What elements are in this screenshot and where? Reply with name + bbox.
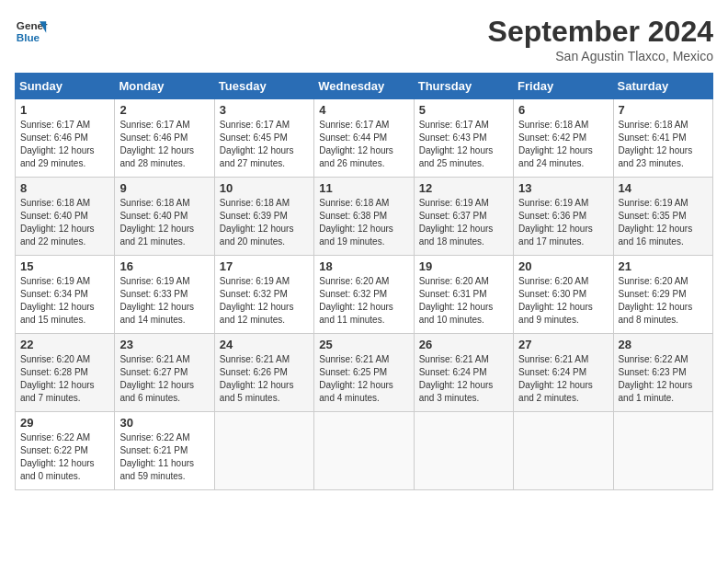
calendar-week-row: 15Sunrise: 6:19 AMSunset: 6:34 PMDayligh…	[16, 256, 713, 334]
day-number: 12	[419, 181, 508, 195]
day-info: Sunrise: 6:19 AMSunset: 6:34 PMDaylight:…	[20, 275, 109, 327]
calendar-table: Sunday Monday Tuesday Wednesday Thursday…	[15, 73, 713, 490]
day-info: Sunrise: 6:19 AMSunset: 6:36 PMDaylight:…	[518, 197, 608, 248]
day-number: 9	[119, 181, 209, 195]
calendar-cell: 2Sunrise: 6:17 AMSunset: 6:46 PMDaylight…	[115, 99, 214, 178]
day-number: 20	[518, 259, 608, 273]
day-number: 19	[419, 259, 508, 273]
day-number: 14	[619, 181, 708, 195]
calendar-cell: 22Sunrise: 6:20 AMSunset: 6:28 PMDayligh…	[16, 334, 115, 412]
day-info: Sunrise: 6:20 AMSunset: 6:28 PMDaylight:…	[20, 353, 109, 405]
day-info: Sunrise: 6:22 AMSunset: 6:21 PMDaylight:…	[119, 431, 209, 483]
calendar-cell: 13Sunrise: 6:19 AMSunset: 6:36 PMDayligh…	[514, 178, 613, 256]
day-number: 27	[518, 338, 608, 351]
calendar-cell: 10Sunrise: 6:18 AMSunset: 6:39 PMDayligh…	[214, 178, 313, 256]
day-info: Sunrise: 6:20 AMSunset: 6:31 PMDaylight:…	[419, 275, 508, 327]
calendar-cell: 19Sunrise: 6:20 AMSunset: 6:31 PMDayligh…	[414, 256, 513, 334]
calendar-cell: 14Sunrise: 6:19 AMSunset: 6:35 PMDayligh…	[613, 178, 712, 256]
day-number: 16	[119, 259, 209, 273]
day-info: Sunrise: 6:19 AMSunset: 6:33 PMDaylight:…	[119, 275, 209, 327]
calendar-cell: 7Sunrise: 6:18 AMSunset: 6:41 PMDaylight…	[613, 99, 712, 178]
calendar-cell: 5Sunrise: 6:17 AMSunset: 6:43 PMDaylight…	[414, 99, 513, 178]
calendar-cell: 24Sunrise: 6:21 AMSunset: 6:26 PMDayligh…	[214, 334, 313, 412]
day-number: 3	[220, 103, 309, 117]
day-info: Sunrise: 6:17 AMSunset: 6:45 PMDaylight:…	[220, 119, 309, 170]
col-wednesday: Wednesday	[314, 74, 414, 99]
calendar-cell: 15Sunrise: 6:19 AMSunset: 6:34 PMDayligh…	[16, 256, 115, 334]
calendar-cell: 18Sunrise: 6:20 AMSunset: 6:32 PMDayligh…	[314, 256, 414, 334]
day-info: Sunrise: 6:22 AMSunset: 6:23 PMDaylight:…	[619, 353, 708, 405]
col-sunday: Sunday	[16, 74, 115, 99]
day-info: Sunrise: 6:19 AMSunset: 6:35 PMDaylight:…	[619, 197, 708, 248]
day-info: Sunrise: 6:21 AMSunset: 6:24 PMDaylight:…	[419, 353, 508, 405]
day-number: 26	[419, 338, 508, 351]
calendar-week-row: 8Sunrise: 6:18 AMSunset: 6:40 PMDaylight…	[16, 178, 713, 256]
calendar-cell: 30Sunrise: 6:22 AMSunset: 6:21 PMDayligh…	[115, 412, 214, 490]
day-info: Sunrise: 6:20 AMSunset: 6:30 PMDaylight:…	[518, 275, 608, 327]
day-info: Sunrise: 6:21 AMSunset: 6:24 PMDaylight:…	[518, 353, 608, 405]
day-info: Sunrise: 6:17 AMSunset: 6:43 PMDaylight:…	[419, 119, 508, 170]
day-info: Sunrise: 6:17 AMSunset: 6:44 PMDaylight:…	[319, 119, 408, 170]
calendar-cell: 23Sunrise: 6:21 AMSunset: 6:27 PMDayligh…	[115, 334, 214, 412]
day-number: 30	[119, 416, 209, 430]
day-number: 10	[220, 181, 309, 195]
day-number: 15	[20, 259, 109, 273]
calendar-cell	[414, 412, 513, 490]
calendar-header-row: Sunday Monday Tuesday Wednesday Thursday…	[16, 74, 713, 99]
day-info: Sunrise: 6:20 AMSunset: 6:29 PMDaylight:…	[619, 275, 708, 327]
day-info: Sunrise: 6:18 AMSunset: 6:38 PMDaylight:…	[319, 197, 408, 248]
day-info: Sunrise: 6:18 AMSunset: 6:42 PMDaylight:…	[518, 119, 608, 170]
day-info: Sunrise: 6:21 AMSunset: 6:27 PMDaylight:…	[119, 353, 209, 405]
day-info: Sunrise: 6:18 AMSunset: 6:40 PMDaylight:…	[119, 197, 209, 248]
day-info: Sunrise: 6:18 AMSunset: 6:41 PMDaylight:…	[619, 119, 708, 170]
day-number: 1	[20, 103, 109, 117]
calendar-cell: 8Sunrise: 6:18 AMSunset: 6:40 PMDaylight…	[16, 178, 115, 256]
day-info: Sunrise: 6:18 AMSunset: 6:39 PMDaylight:…	[220, 197, 309, 248]
day-number: 11	[319, 181, 408, 195]
calendar-week-row: 1Sunrise: 6:17 AMSunset: 6:46 PMDaylight…	[16, 99, 713, 178]
calendar-cell	[514, 412, 613, 490]
day-info: Sunrise: 6:21 AMSunset: 6:25 PMDaylight:…	[319, 353, 408, 405]
day-info: Sunrise: 6:21 AMSunset: 6:26 PMDaylight:…	[220, 353, 309, 405]
logo-icon: General Blue	[15, 15, 48, 48]
day-number: 8	[20, 181, 109, 195]
col-tuesday: Tuesday	[214, 74, 313, 99]
day-info: Sunrise: 6:17 AMSunset: 6:46 PMDaylight:…	[20, 119, 109, 170]
calendar-cell	[613, 412, 712, 490]
day-number: 24	[220, 338, 309, 351]
day-number: 28	[619, 338, 708, 351]
day-info: Sunrise: 6:20 AMSunset: 6:32 PMDaylight:…	[319, 275, 408, 327]
calendar-cell: 25Sunrise: 6:21 AMSunset: 6:25 PMDayligh…	[314, 334, 414, 412]
day-info: Sunrise: 6:18 AMSunset: 6:40 PMDaylight:…	[20, 197, 109, 248]
day-number: 25	[319, 338, 408, 351]
day-number: 5	[419, 103, 508, 117]
day-info: Sunrise: 6:17 AMSunset: 6:46 PMDaylight:…	[119, 119, 209, 170]
calendar-cell: 21Sunrise: 6:20 AMSunset: 6:29 PMDayligh…	[613, 256, 712, 334]
day-number: 2	[119, 103, 209, 117]
calendar-cell: 4Sunrise: 6:17 AMSunset: 6:44 PMDaylight…	[314, 99, 414, 178]
col-saturday: Saturday	[613, 74, 712, 99]
day-info: Sunrise: 6:19 AMSunset: 6:32 PMDaylight:…	[220, 275, 309, 327]
calendar-subtitle: San Agustin Tlaxco, Mexico	[488, 49, 713, 63]
calendar-cell: 16Sunrise: 6:19 AMSunset: 6:33 PMDayligh…	[115, 256, 214, 334]
calendar-cell: 20Sunrise: 6:20 AMSunset: 6:30 PMDayligh…	[514, 256, 613, 334]
calendar-cell: 17Sunrise: 6:19 AMSunset: 6:32 PMDayligh…	[214, 256, 313, 334]
col-friday: Friday	[514, 74, 613, 99]
svg-text:Blue: Blue	[17, 31, 40, 43]
day-number: 13	[518, 181, 608, 195]
day-number: 7	[619, 103, 708, 117]
day-number: 17	[220, 259, 309, 273]
calendar-cell	[214, 412, 313, 490]
calendar-week-row: 29Sunrise: 6:22 AMSunset: 6:22 PMDayligh…	[16, 412, 713, 490]
calendar-week-row: 22Sunrise: 6:20 AMSunset: 6:28 PMDayligh…	[16, 334, 713, 412]
day-info: Sunrise: 6:19 AMSunset: 6:37 PMDaylight:…	[419, 197, 508, 248]
day-number: 6	[518, 103, 608, 117]
calendar-cell: 26Sunrise: 6:21 AMSunset: 6:24 PMDayligh…	[414, 334, 513, 412]
col-thursday: Thursday	[414, 74, 513, 99]
calendar-cell	[314, 412, 414, 490]
calendar-title: September 2024	[488, 15, 713, 49]
day-number: 22	[20, 338, 109, 351]
day-number: 29	[20, 416, 109, 430]
col-monday: Monday	[115, 74, 214, 99]
calendar-cell: 9Sunrise: 6:18 AMSunset: 6:40 PMDaylight…	[115, 178, 214, 256]
